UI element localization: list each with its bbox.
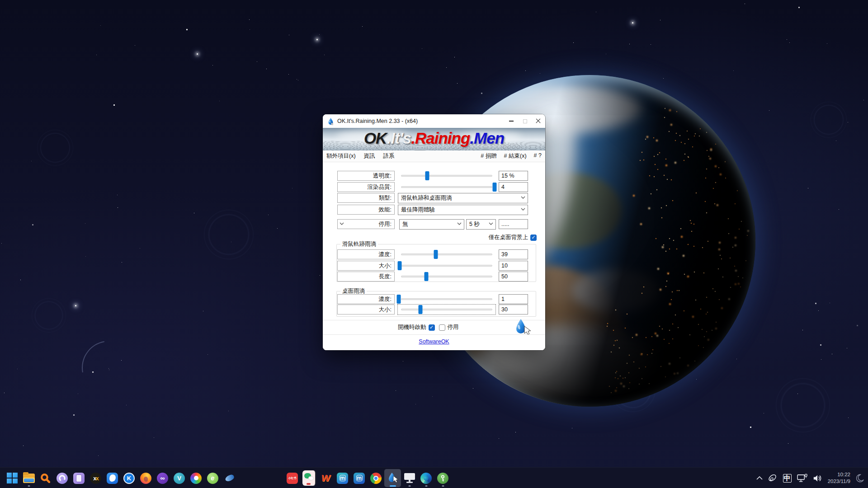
taskbar-edge[interactable] [418, 469, 434, 487]
taskbar-keepass[interactable] [434, 469, 451, 487]
tray-network-icon[interactable] [797, 474, 808, 483]
taskbar-chrome[interactable] [368, 469, 384, 487]
disable-delay-select[interactable]: 5 秒 [466, 219, 496, 230]
taskbar-wps[interactable]: W [317, 469, 334, 487]
quality-slider[interactable] [398, 182, 495, 192]
ie-icon: e [207, 473, 218, 484]
taskbar-app-v[interactable]: V [171, 469, 188, 487]
tray-volume-icon[interactable] [813, 474, 823, 483]
system-tray: 中 10:22 2023/11/9 [756, 468, 864, 488]
tray-moon-icon[interactable] [855, 474, 864, 483]
taskbar-start-button[interactable] [4, 469, 20, 487]
taskbar-file-explorer[interactable] [20, 469, 37, 487]
chevron-down-icon [521, 208, 525, 212]
mouse-length-slider[interactable] [398, 272, 495, 282]
taskbar-search[interactable] [37, 469, 54, 487]
app-drop-icon [327, 117, 335, 125]
taskbar-raining-men-active[interactable] [384, 469, 401, 487]
raindrop-icon [514, 318, 531, 339]
menu-language[interactable]: 語系 [383, 152, 395, 160]
menu-exit[interactable]: # 結束(x) [504, 152, 527, 160]
active-indicator [390, 485, 396, 487]
raindrop-icon [387, 472, 399, 484]
quality-value[interactable]: 4 [499, 182, 528, 192]
notification-badge [307, 483, 311, 485]
desktop-ornament [811, 102, 847, 138]
star-field [0, 0, 0, 0]
earth-city-lights [424, 75, 425, 76]
menu-extras[interactable]: 額外項目(x) [326, 152, 356, 160]
crescent-ornament [71, 330, 146, 405]
footer-options-row: 開機時啟動 ✓ 停用 [398, 324, 459, 331]
maximize-button[interactable] [518, 114, 532, 128]
only-desktop-row: 僅在桌面背景上 ✓ [489, 234, 537, 241]
tray-clock[interactable]: 10:22 2023/11/9 [828, 471, 850, 485]
xiaohongshu-icon: 小红书 [287, 473, 298, 484]
close-button[interactable] [532, 114, 545, 128]
taskbar-display-app[interactable] [401, 469, 418, 487]
desktop-density-value[interactable]: 1 [499, 294, 528, 304]
menu-help[interactable]: # ? [534, 152, 542, 160]
desktop-size-slider[interactable] [398, 305, 495, 314]
taskbar-ie[interactable]: e [204, 469, 221, 487]
menu-donate[interactable]: # 捐贈 [481, 152, 496, 160]
swirl-browser-icon [190, 473, 202, 484]
taskbar-app-k[interactable]: K [121, 469, 137, 487]
taskbar-app-notes[interactable] [71, 469, 87, 487]
mouse-size-value[interactable]: 10 [499, 261, 528, 271]
link-row: SoftwareOK [323, 338, 545, 345]
mouse-density-value[interactable]: 39 [499, 249, 528, 259]
opacity-value[interactable]: 15 % [499, 171, 528, 181]
taskbar-xiaohongshu[interactable]: 小红书 [284, 469, 301, 487]
desktop-ornament [32, 298, 66, 333]
ring-app-icon [57, 473, 68, 484]
title-bar[interactable]: OK.It's.Raining.Men 2.33 - (x64) [323, 114, 545, 128]
taskbar-browser-swirl[interactable] [188, 469, 204, 487]
disable-label[interactable]: 停用: [337, 219, 395, 229]
x-app-icon: xx [90, 473, 101, 484]
taskbar-app-x[interactable]: xx [87, 469, 104, 487]
bird-app-icon [107, 473, 118, 484]
autostart-label: 開機時啟動 [398, 324, 426, 331]
separator [323, 334, 545, 335]
desktop-ornament [204, 210, 254, 259]
window-content: 透明度: 15 % 渲染品質: 4 類型: 滑鼠軌跡和桌面雨滴 [323, 162, 545, 350]
mouse-size-slider[interactable] [398, 261, 495, 271]
running-indicator [442, 485, 444, 487]
chevron-down-icon [489, 222, 493, 226]
type-select[interactable]: 滑鼠軌跡和桌面雨滴 [398, 193, 528, 203]
bright-star [75, 305, 76, 306]
taskbar-maxthon-2[interactable]: m [351, 469, 368, 487]
minimize-button[interactable] [505, 114, 518, 128]
desktop-density-slider[interactable] [398, 294, 495, 304]
only-desktop-checkbox[interactable]: ✓ [530, 235, 537, 241]
softwareok-link[interactable]: SoftwareOK [419, 338, 449, 345]
taskbar-app-bird[interactable] [104, 469, 121, 487]
autostart-checkbox[interactable]: ✓ [429, 324, 435, 331]
mouse-density-slider[interactable] [398, 249, 495, 259]
tray-dish-icon[interactable] [768, 473, 778, 483]
disable-mode-select[interactable]: 無 [399, 219, 464, 230]
folder-icon [23, 474, 35, 483]
taskbar-app-mask[interactable]: ∞ [154, 469, 171, 487]
window-title: OK.It's.Raining.Men 2.33 - (x64) [337, 118, 505, 124]
maxthon-icon: m [337, 473, 348, 484]
taskbar-app-drop[interactable] [221, 469, 238, 487]
taskbar-wechat[interactable] [301, 469, 317, 487]
performance-select[interactable]: 最佳降雨體驗 [398, 205, 528, 215]
tray-ime-indicator[interactable]: 中 [783, 474, 792, 483]
disable-custom-field[interactable]: ..... [499, 219, 528, 229]
menu-info[interactable]: 資訊 [364, 152, 375, 160]
opacity-label: 透明度: [337, 171, 395, 181]
footer-disable-checkbox[interactable] [439, 324, 445, 331]
taskbar-app-ring[interactable] [54, 469, 71, 487]
mouse-length-value[interactable]: 50 [499, 272, 528, 282]
taskbar-firefox[interactable] [137, 469, 154, 487]
desktop-density-label: 濃度: [337, 294, 395, 304]
taskbar-maxthon-1[interactable]: m [334, 469, 351, 487]
tray-chevron-up-icon[interactable] [756, 476, 763, 480]
desktop-size-value[interactable]: 30 [499, 305, 528, 314]
chevron-down-icon [340, 222, 344, 226]
opacity-slider[interactable] [398, 171, 495, 181]
running-indicator [28, 485, 30, 487]
